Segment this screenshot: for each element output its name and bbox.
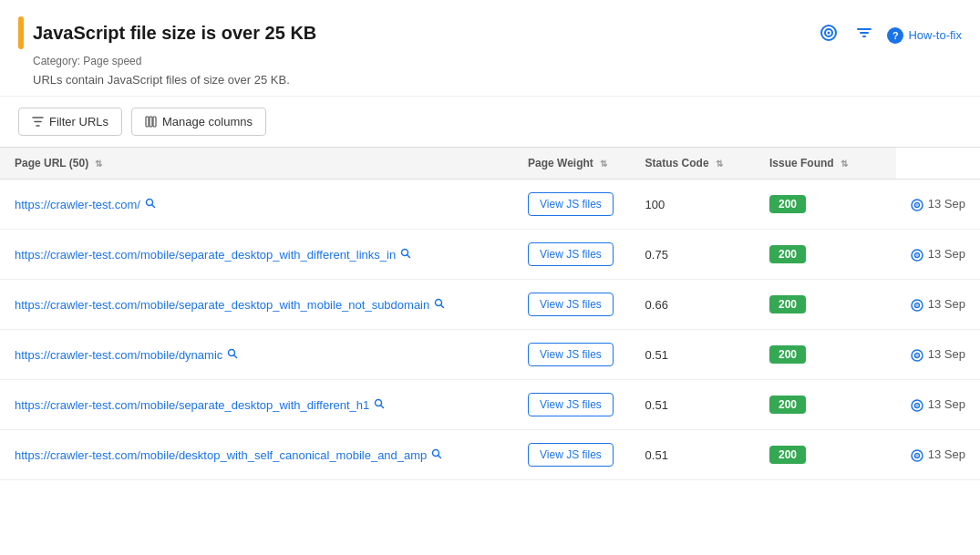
orange-bar-icon [18, 16, 24, 49]
view-js-files-button[interactable]: View JS files [528, 343, 614, 366]
url-link[interactable]: https://crawler-test.com/mobile/separate… [15, 248, 396, 262]
status-cell: 200 [755, 280, 896, 330]
page-description: URLs contain JavaScript files of size ov… [33, 73, 316, 87]
weight-cell: 0.51 [631, 430, 755, 480]
url-search-icon[interactable] [400, 248, 411, 262]
issue-radar-icon [911, 347, 923, 361]
status-cell: 200 [755, 230, 896, 280]
status-badge: 200 [769, 396, 806, 414]
url-search-icon[interactable] [431, 448, 442, 462]
url-link[interactable]: https://crawler-test.com/mobile/separate… [15, 298, 429, 312]
svg-line-10 [151, 204, 154, 207]
table-row: https://crawler-test.com/mobile/desktop_… [0, 430, 980, 480]
view-js-files-button[interactable]: View JS files [528, 393, 614, 416]
filter-sort-icon-button[interactable] [852, 21, 876, 49]
table-row: https://crawler-test.com/View JS files10… [0, 180, 980, 230]
status-cell: 200 [755, 330, 896, 380]
view-btn-cell: View JS files [513, 330, 631, 380]
issue-radar-icon [911, 197, 923, 211]
issue-cell: 13 Sep [896, 380, 980, 430]
table-header: Page URL (50) ⇅ Page Weight ⇅ Status Cod… [0, 148, 980, 180]
svg-point-33 [916, 405, 918, 406]
view-btn-cell: View JS files [513, 280, 631, 330]
url-cell: https://crawler-test.com/mobile/separate… [0, 380, 513, 430]
svg-point-13 [916, 204, 918, 206]
columns-icon [145, 116, 157, 128]
url-link[interactable]: https://crawler-test.com/mobile/desktop_… [15, 448, 427, 462]
table-row: https://crawler-test.com/mobile/separate… [0, 230, 980, 280]
weight-cell: 0.51 [631, 380, 755, 430]
weight-cell: 0.66 [631, 280, 755, 330]
view-js-files-button[interactable]: View JS files [528, 443, 614, 467]
status-badge: 200 [769, 295, 806, 313]
table-row: https://crawler-test.com/mobile/separate… [0, 380, 980, 430]
url-search-icon[interactable] [227, 348, 238, 362]
status-badge: 200 [769, 446, 806, 464]
data-table-container: Page URL (50) ⇅ Page Weight ⇅ Status Cod… [0, 148, 980, 480]
view-js-files-button[interactable]: View JS files [528, 293, 614, 316]
category-label: Category: Page speed [33, 55, 316, 67]
weight-cell: 0.51 [631, 330, 755, 380]
toolbar: Filter URLs Manage columns [0, 97, 980, 148]
header: JavaScript file size is over 25 KB Categ… [0, 0, 980, 97]
svg-point-28 [916, 355, 918, 356]
svg-rect-6 [146, 117, 149, 127]
how-to-fix-button[interactable]: ? How-to-fix [887, 27, 962, 44]
view-btn-cell: View JS files [513, 430, 631, 480]
svg-rect-7 [150, 117, 152, 127]
status-cell: 200 [755, 430, 896, 480]
issue-cell: 13 Sep [896, 330, 980, 380]
sort-weight-icon: ⇅ [600, 159, 607, 169]
col-header-weight[interactable]: Page Weight ⇅ [513, 148, 631, 180]
help-icon: ? [887, 27, 903, 44]
issue-radar-icon [911, 247, 923, 261]
title-section: JavaScript file size is over 25 KB Categ… [18, 16, 316, 87]
view-btn-cell: View JS files [513, 230, 631, 280]
url-search-icon[interactable] [145, 198, 156, 211]
header-actions: ? How-to-fix [816, 16, 962, 50]
col-header-url[interactable]: Page URL (50) ⇅ [0, 148, 513, 180]
svg-rect-8 [153, 117, 156, 127]
radar-icon-button[interactable] [816, 20, 841, 50]
view-js-files-button[interactable]: View JS files [528, 242, 614, 266]
svg-line-20 [441, 304, 444, 307]
svg-point-23 [916, 304, 918, 306]
filter-urls-button[interactable]: Filter URLs [18, 108, 122, 136]
sort-issue-icon: ⇅ [841, 159, 848, 169]
col-header-status[interactable]: Status Code ⇅ [631, 148, 755, 180]
issue-cell: 13 Sep [896, 280, 980, 330]
col-header-issue[interactable]: Issue Found ⇅ [755, 148, 896, 180]
url-cell: https://crawler-test.com/mobile/dynamic [0, 330, 513, 380]
issue-radar-icon [911, 397, 923, 411]
page-title: JavaScript file size is over 25 KB [33, 23, 316, 44]
url-cell: https://crawler-test.com/ [0, 180, 513, 230]
issue-cell: 13 Sep [896, 180, 980, 230]
table-row: https://crawler-test.com/mobile/separate… [0, 280, 980, 330]
table-body: https://crawler-test.com/View JS files10… [0, 180, 980, 480]
filter-icon [32, 116, 44, 128]
weight-cell: 0.75 [631, 230, 755, 280]
col-issue-label: Issue Found [769, 157, 834, 170]
url-link[interactable]: https://crawler-test.com/ [15, 198, 140, 211]
url-search-icon[interactable] [374, 398, 385, 412]
url-link[interactable]: https://crawler-test.com/mobile/dynamic [15, 348, 222, 362]
svg-line-15 [407, 254, 410, 257]
status-cell: 200 [755, 180, 896, 230]
view-btn-cell: View JS files [513, 380, 631, 430]
status-badge: 200 [769, 245, 806, 263]
url-search-icon[interactable] [434, 298, 445, 312]
svg-point-38 [916, 455, 918, 457]
col-url-label: Page URL (50) [15, 157, 88, 170]
title-row: JavaScript file size is over 25 KB [18, 16, 316, 49]
svg-line-25 [234, 355, 237, 357]
manage-columns-label: Manage columns [162, 115, 253, 128]
sort-url-icon: ⇅ [95, 159, 102, 169]
issue-cell: 13 Sep [896, 430, 980, 480]
url-link[interactable]: https://crawler-test.com/mobile/separate… [15, 398, 369, 412]
view-js-files-button[interactable]: View JS files [528, 192, 614, 216]
header-row: Page URL (50) ⇅ Page Weight ⇅ Status Cod… [0, 148, 980, 180]
manage-columns-button[interactable]: Manage columns [131, 108, 266, 136]
col-weight-label: Page Weight [528, 157, 593, 170]
svg-line-30 [381, 405, 384, 407]
view-btn-cell: View JS files [513, 180, 631, 230]
